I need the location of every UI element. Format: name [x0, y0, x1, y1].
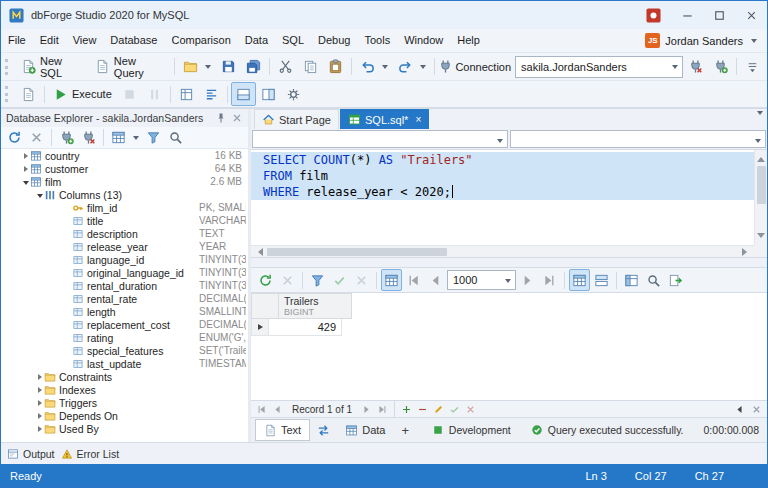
- expand-icon[interactable]: [21, 153, 30, 159]
- pause-button[interactable]: [142, 82, 167, 106]
- find-button[interactable]: [643, 269, 664, 291]
- cancel-edit-button[interactable]: [463, 402, 478, 416]
- prev-page-button[interactable]: [425, 269, 446, 291]
- tree-item-indexes[interactable]: Indexes: [1, 383, 248, 396]
- minimize-button[interactable]: [671, 1, 703, 29]
- expand-icon[interactable]: [35, 374, 44, 380]
- close-button[interactable]: [735, 1, 767, 29]
- new-query-button[interactable]: New Query: [90, 55, 172, 79]
- tree-item-triggers[interactable]: Triggers: [1, 396, 248, 409]
- grid-view-button[interactable]: [569, 269, 590, 291]
- filter-button[interactable]: [143, 127, 164, 148]
- tree-item-last-update[interactable]: last_updateTIMESTAM: [1, 357, 248, 370]
- pivot-view-button[interactable]: [621, 269, 642, 291]
- tree-item-rental-rate[interactable]: rental_rateDECIMAL(4: [1, 292, 248, 305]
- redo-button[interactable]: [393, 55, 431, 79]
- stop-refresh-button[interactable]: [26, 127, 47, 148]
- tree-item-special-features[interactable]: special_featuresSET('Traile: [1, 344, 248, 357]
- query-plan-button[interactable]: [174, 82, 199, 106]
- first-record-button[interactable]: [254, 402, 269, 416]
- tab-close-icon[interactable]: ×: [415, 115, 421, 125]
- menu-edit[interactable]: Edit: [33, 29, 66, 52]
- execute-button[interactable]: Execute: [48, 82, 117, 106]
- paste-button[interactable]: [323, 55, 348, 79]
- menu-window[interactable]: Window: [397, 29, 450, 52]
- tab-text[interactable]: Text: [255, 419, 310, 441]
- new-connection-button[interactable]: [708, 55, 733, 79]
- last-page-button[interactable]: [539, 269, 560, 291]
- tab-sql-sql[interactable]: SQL.sql*×: [340, 109, 429, 129]
- menu-debug[interactable]: Debug: [311, 29, 357, 52]
- maximize-button[interactable]: [703, 1, 735, 29]
- save-all-button[interactable]: [241, 55, 266, 79]
- tree-item-title[interactable]: titleVARCHAR(1: [1, 214, 248, 227]
- tree-item-depends-on[interactable]: Depends On: [1, 409, 248, 422]
- expand-icon[interactable]: [35, 400, 44, 406]
- code-line-3[interactable]: WHERE release_year < 2020;: [251, 184, 754, 200]
- tab-output[interactable]: Output: [7, 448, 55, 460]
- object-combo[interactable]: [510, 130, 766, 148]
- close-panel-icon[interactable]: [231, 112, 243, 124]
- grid-corner-cell[interactable]: [251, 293, 279, 319]
- menu-comparison[interactable]: Comparison: [164, 29, 237, 52]
- swap-view-button[interactable]: [312, 420, 335, 440]
- menu-tools[interactable]: Tools: [357, 29, 397, 52]
- apply-changes-button[interactable]: [329, 269, 350, 291]
- cut-button[interactable]: [273, 55, 298, 79]
- scrollbar-thumb[interactable]: [267, 248, 447, 256]
- disconnect-button[interactable]: [683, 55, 708, 79]
- paging-mode-button[interactable]: [381, 269, 402, 291]
- cancel-refresh-button[interactable]: [277, 269, 298, 291]
- card-view-button[interactable]: [591, 269, 612, 291]
- expand-icon[interactable]: [35, 387, 44, 393]
- menu-view[interactable]: View: [66, 29, 104, 52]
- next-page-button[interactable]: [517, 269, 538, 291]
- results-splitter[interactable]: [251, 257, 767, 268]
- undo-button[interactable]: [355, 55, 393, 79]
- vertical-scrollbar[interactable]: [754, 150, 767, 245]
- tree-item-rental-duration[interactable]: rental_durationTINYINT(3): [1, 279, 248, 292]
- grid-row[interactable]: 429: [251, 319, 352, 336]
- tree-item-film-id[interactable]: film_idPK, SMALLI: [1, 201, 248, 214]
- tree-item-rating[interactable]: ratingENUM('G',': [1, 331, 248, 344]
- tree-item-customer[interactable]: customer64 KB: [1, 162, 248, 175]
- search-button[interactable]: [165, 127, 186, 148]
- tree-item-language-id[interactable]: language_idTINYINT(3): [1, 253, 248, 266]
- tree-item-used-by[interactable]: Used By: [1, 422, 248, 435]
- add-view-button[interactable]: +: [395, 420, 415, 440]
- page-size-combo[interactable]: 1000: [447, 270, 516, 290]
- tab-list-button[interactable]: [754, 115, 763, 127]
- toolbar-options-button[interactable]: [740, 55, 765, 79]
- scrollbar-thumb[interactable]: [757, 166, 766, 204]
- tab-data[interactable]: Data: [337, 420, 393, 440]
- tree-item-film[interactable]: film2.6 MB: [1, 175, 248, 188]
- format-sql-button[interactable]: [199, 82, 224, 106]
- last-record-button[interactable]: [375, 402, 390, 416]
- tree-item-original-language-id[interactable]: original_language_idTINYINT(3): [1, 266, 248, 279]
- pin-icon[interactable]: [215, 112, 227, 124]
- prev-record-button[interactable]: [270, 402, 285, 416]
- view-options-button[interactable]: [108, 127, 142, 148]
- collapse-navigator-button[interactable]: [732, 402, 747, 416]
- tree-item-columns-13[interactable]: Columns (13): [1, 188, 248, 201]
- horizontal-scrollbar[interactable]: [251, 245, 754, 257]
- post-edit-button[interactable]: [447, 402, 462, 416]
- edit-record-button[interactable]: [431, 402, 446, 416]
- next-record-button[interactable]: [359, 402, 374, 416]
- toolbar-grip[interactable]: [5, 86, 12, 102]
- menu-file[interactable]: File: [1, 29, 33, 52]
- tree-item-description[interactable]: descriptionTEXT: [1, 227, 248, 240]
- export-data-button[interactable]: [665, 269, 686, 291]
- tree-item-constraints[interactable]: Constraints: [1, 370, 248, 383]
- stop-button[interactable]: [117, 82, 142, 106]
- menu-sql[interactable]: SQL: [275, 29, 311, 52]
- expand-icon[interactable]: [21, 166, 30, 172]
- refresh-button[interactable]: [4, 127, 25, 148]
- grid-column-header-trailers[interactable]: TrailersBIGINT: [278, 293, 352, 319]
- tree-item-replacement-cost[interactable]: replacement_costDECIMAL(5: [1, 318, 248, 331]
- tree-item-release-year[interactable]: release_yearYEAR: [1, 240, 248, 253]
- cancel-changes-button[interactable]: [351, 269, 372, 291]
- disconnect-button[interactable]: [78, 127, 99, 148]
- copy-button[interactable]: [298, 55, 323, 79]
- grid-cell[interactable]: 429: [268, 319, 342, 336]
